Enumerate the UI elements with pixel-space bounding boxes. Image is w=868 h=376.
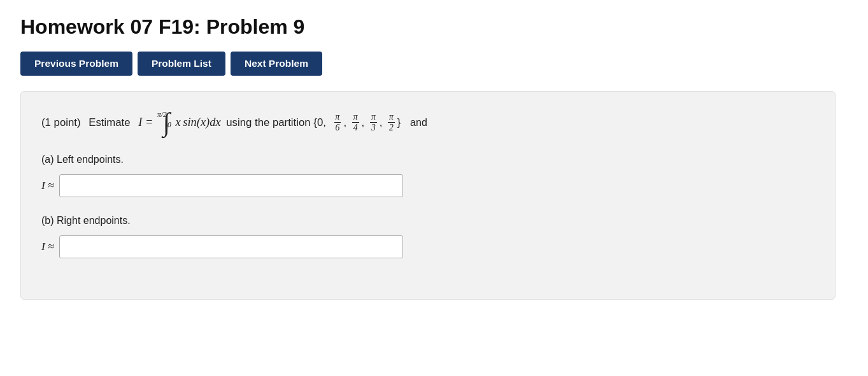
- next-problem-button[interactable]: Next Problem: [231, 52, 322, 76]
- fraction-pi-2: π 2: [388, 112, 395, 134]
- math-expression: I = π/2 ∫ 0 x sin(x)dx: [138, 109, 224, 136]
- and-text: and: [410, 117, 427, 129]
- answer-b-symbol: I ≈: [41, 240, 54, 253]
- page-title: Homework 07 F19: Problem 9: [20, 15, 848, 39]
- problem-box: (1 point) Estimate I = π/2 ∫ 0 x sin(x)d…: [20, 91, 836, 300]
- estimate-label: Estimate: [89, 116, 130, 129]
- fraction-pi-3: π 3: [370, 112, 377, 134]
- using-partition-text: using the partition {0,: [226, 116, 326, 129]
- problem-statement: (1 point) Estimate I = π/2 ∫ 0 x sin(x)d…: [41, 109, 815, 136]
- answer-a-row: I ≈: [41, 174, 815, 197]
- answer-a-symbol: I ≈: [41, 179, 54, 192]
- answer-b-row: I ≈: [41, 235, 815, 258]
- previous-problem-button[interactable]: Previous Problem: [20, 52, 132, 76]
- answer-b-input[interactable]: [59, 235, 403, 258]
- navigation-buttons: Previous Problem Problem List Next Probl…: [20, 52, 848, 76]
- fraction-pi-4: π 4: [352, 112, 359, 134]
- part-b-label: (b) Right endpoints.: [41, 215, 815, 226]
- fraction-pi-6: π 6: [334, 112, 341, 134]
- part-a-label: (a) Left endpoints.: [41, 154, 815, 165]
- points-label: (1 point): [41, 116, 81, 129]
- answer-a-input[interactable]: [59, 174, 403, 197]
- integral-lower-limit: 0: [167, 121, 171, 129]
- problem-list-button[interactable]: Problem List: [138, 52, 225, 76]
